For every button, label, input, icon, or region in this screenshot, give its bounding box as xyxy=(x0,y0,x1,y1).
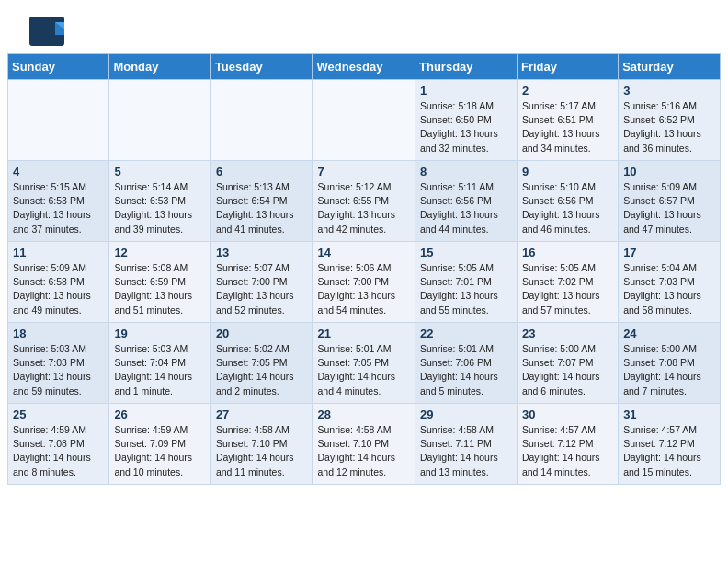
day-info: Sunrise: 5:07 AM Sunset: 7:00 PM Dayligh… xyxy=(216,261,308,317)
calendar-cell: 25Sunrise: 4:59 AM Sunset: 7:08 PM Dayli… xyxy=(8,404,109,485)
day-info: Sunrise: 4:58 AM Sunset: 7:10 PM Dayligh… xyxy=(317,423,410,479)
day-number: 19 xyxy=(114,327,205,340)
day-number: 7 xyxy=(317,165,410,178)
day-number: 11 xyxy=(13,246,104,259)
weekday-header-row: SundayMondayTuesdayWednesdayThursdayFrid… xyxy=(8,54,721,80)
calendar-cell: 24Sunrise: 5:00 AM Sunset: 7:08 PM Dayli… xyxy=(619,323,721,404)
day-number: 18 xyxy=(13,327,104,340)
calendar-cell: 13Sunrise: 5:07 AM Sunset: 7:00 PM Dayli… xyxy=(210,242,313,323)
calendar-cell: 16Sunrise: 5:05 AM Sunset: 7:02 PM Dayli… xyxy=(517,242,618,323)
day-number: 25 xyxy=(13,408,104,421)
calendar-cell: 14Sunrise: 5:06 AM Sunset: 7:00 PM Dayli… xyxy=(313,242,415,323)
day-number: 26 xyxy=(114,408,205,421)
calendar-cell: 18Sunrise: 5:03 AM Sunset: 7:03 PM Dayli… xyxy=(8,323,109,404)
calendar-cell: 11Sunrise: 5:09 AM Sunset: 6:58 PM Dayli… xyxy=(8,242,109,323)
page-header xyxy=(7,0,721,53)
day-info: Sunrise: 5:03 AM Sunset: 7:04 PM Dayligh… xyxy=(114,342,205,398)
day-number: 16 xyxy=(522,246,613,259)
day-info: Sunrise: 5:01 AM Sunset: 7:06 PM Dayligh… xyxy=(420,342,512,398)
day-number: 20 xyxy=(216,327,308,340)
day-info: Sunrise: 5:00 AM Sunset: 7:08 PM Dayligh… xyxy=(623,342,715,398)
day-info: Sunrise: 5:05 AM Sunset: 7:02 PM Dayligh… xyxy=(522,261,613,317)
day-info: Sunrise: 5:14 AM Sunset: 6:53 PM Dayligh… xyxy=(114,180,205,236)
calendar-cell xyxy=(109,80,210,161)
logo-icon xyxy=(29,17,64,46)
day-number: 21 xyxy=(317,327,410,340)
weekday-header: Wednesday xyxy=(313,54,415,80)
day-info: Sunrise: 5:11 AM Sunset: 6:56 PM Dayligh… xyxy=(420,180,512,236)
day-info: Sunrise: 4:59 AM Sunset: 7:08 PM Dayligh… xyxy=(13,423,104,479)
calendar-cell: 27Sunrise: 4:58 AM Sunset: 7:10 PM Dayli… xyxy=(210,404,313,485)
day-number: 13 xyxy=(216,246,308,259)
day-number: 6 xyxy=(216,165,308,178)
calendar-cell: 7Sunrise: 5:12 AM Sunset: 6:55 PM Daylig… xyxy=(313,161,415,242)
day-number: 8 xyxy=(420,165,512,178)
calendar-cell: 26Sunrise: 4:59 AM Sunset: 7:09 PM Dayli… xyxy=(109,404,210,485)
day-number: 24 xyxy=(623,327,715,340)
calendar-cell: 15Sunrise: 5:05 AM Sunset: 7:01 PM Dayli… xyxy=(415,242,518,323)
calendar-cell: 2Sunrise: 5:17 AM Sunset: 6:51 PM Daylig… xyxy=(517,80,618,161)
day-number: 9 xyxy=(522,165,613,178)
weekday-header: Sunday xyxy=(8,54,109,80)
calendar-cell: 1Sunrise: 5:18 AM Sunset: 6:50 PM Daylig… xyxy=(415,80,518,161)
calendar-cell: 5Sunrise: 5:14 AM Sunset: 6:53 PM Daylig… xyxy=(109,161,210,242)
calendar-cell: 9Sunrise: 5:10 AM Sunset: 6:56 PM Daylig… xyxy=(517,161,618,242)
day-info: Sunrise: 5:15 AM Sunset: 6:53 PM Dayligh… xyxy=(13,180,104,236)
calendar-cell xyxy=(8,80,109,161)
weekday-header: Monday xyxy=(109,54,210,80)
weekday-header: Tuesday xyxy=(210,54,313,80)
day-info: Sunrise: 5:18 AM Sunset: 6:50 PM Dayligh… xyxy=(420,99,512,155)
day-number: 31 xyxy=(623,408,715,421)
calendar-cell: 17Sunrise: 5:04 AM Sunset: 7:03 PM Dayli… xyxy=(619,242,721,323)
calendar-cell: 23Sunrise: 5:00 AM Sunset: 7:07 PM Dayli… xyxy=(517,323,618,404)
day-number: 5 xyxy=(114,165,205,178)
day-number: 30 xyxy=(522,408,613,421)
calendar-week-row: 18Sunrise: 5:03 AM Sunset: 7:03 PM Dayli… xyxy=(8,323,721,404)
day-info: Sunrise: 5:17 AM Sunset: 6:51 PM Dayligh… xyxy=(522,99,613,155)
calendar-cell: 20Sunrise: 5:02 AM Sunset: 7:05 PM Dayli… xyxy=(210,323,313,404)
calendar-cell xyxy=(313,80,415,161)
day-info: Sunrise: 5:02 AM Sunset: 7:05 PM Dayligh… xyxy=(216,342,308,398)
calendar-cell: 4Sunrise: 5:15 AM Sunset: 6:53 PM Daylig… xyxy=(8,161,109,242)
calendar-cell: 19Sunrise: 5:03 AM Sunset: 7:04 PM Dayli… xyxy=(109,323,210,404)
day-number: 28 xyxy=(317,408,410,421)
weekday-header: Thursday xyxy=(415,54,518,80)
weekday-header: Friday xyxy=(517,54,618,80)
calendar-cell: 6Sunrise: 5:13 AM Sunset: 6:54 PM Daylig… xyxy=(210,161,313,242)
calendar-week-row: 4Sunrise: 5:15 AM Sunset: 6:53 PM Daylig… xyxy=(8,161,721,242)
calendar-cell: 10Sunrise: 5:09 AM Sunset: 6:57 PM Dayli… xyxy=(619,161,721,242)
day-info: Sunrise: 5:03 AM Sunset: 7:03 PM Dayligh… xyxy=(13,342,104,398)
day-number: 4 xyxy=(13,165,104,178)
calendar-cell: 22Sunrise: 5:01 AM Sunset: 7:06 PM Dayli… xyxy=(415,323,518,404)
calendar-cell: 30Sunrise: 4:57 AM Sunset: 7:12 PM Dayli… xyxy=(517,404,618,485)
day-info: Sunrise: 4:59 AM Sunset: 7:09 PM Dayligh… xyxy=(114,423,205,479)
day-info: Sunrise: 5:09 AM Sunset: 6:58 PM Dayligh… xyxy=(13,261,104,317)
day-number: 23 xyxy=(522,327,613,340)
day-info: Sunrise: 5:04 AM Sunset: 7:03 PM Dayligh… xyxy=(623,261,715,317)
calendar-cell: 21Sunrise: 5:01 AM Sunset: 7:05 PM Dayli… xyxy=(313,323,415,404)
day-number: 2 xyxy=(522,84,613,98)
day-info: Sunrise: 5:13 AM Sunset: 6:54 PM Dayligh… xyxy=(216,180,308,236)
calendar-cell xyxy=(210,80,313,161)
calendar-cell: 29Sunrise: 4:58 AM Sunset: 7:11 PM Dayli… xyxy=(415,404,518,485)
day-info: Sunrise: 4:57 AM Sunset: 7:12 PM Dayligh… xyxy=(522,423,613,479)
day-info: Sunrise: 5:16 AM Sunset: 6:52 PM Dayligh… xyxy=(623,99,715,155)
day-info: Sunrise: 5:12 AM Sunset: 6:55 PM Dayligh… xyxy=(317,180,410,236)
calendar-cell: 3Sunrise: 5:16 AM Sunset: 6:52 PM Daylig… xyxy=(619,80,721,161)
day-number: 15 xyxy=(420,246,512,259)
calendar-table: SundayMondayTuesdayWednesdayThursdayFrid… xyxy=(7,53,721,485)
day-number: 29 xyxy=(420,408,512,421)
calendar-cell: 12Sunrise: 5:08 AM Sunset: 6:59 PM Dayli… xyxy=(109,242,210,323)
day-info: Sunrise: 5:06 AM Sunset: 7:00 PM Dayligh… xyxy=(317,261,410,317)
day-number: 14 xyxy=(317,246,410,259)
day-info: Sunrise: 4:57 AM Sunset: 7:12 PM Dayligh… xyxy=(623,423,715,479)
day-number: 27 xyxy=(216,408,308,421)
day-number: 10 xyxy=(623,165,715,178)
day-number: 1 xyxy=(420,84,512,98)
calendar-cell: 28Sunrise: 4:58 AM Sunset: 7:10 PM Dayli… xyxy=(313,404,415,485)
day-info: Sunrise: 5:08 AM Sunset: 6:59 PM Dayligh… xyxy=(114,261,205,317)
day-number: 12 xyxy=(114,246,205,259)
calendar-week-row: 1Sunrise: 5:18 AM Sunset: 6:50 PM Daylig… xyxy=(8,80,721,161)
day-number: 22 xyxy=(420,327,512,340)
day-info: Sunrise: 5:05 AM Sunset: 7:01 PM Dayligh… xyxy=(420,261,512,317)
